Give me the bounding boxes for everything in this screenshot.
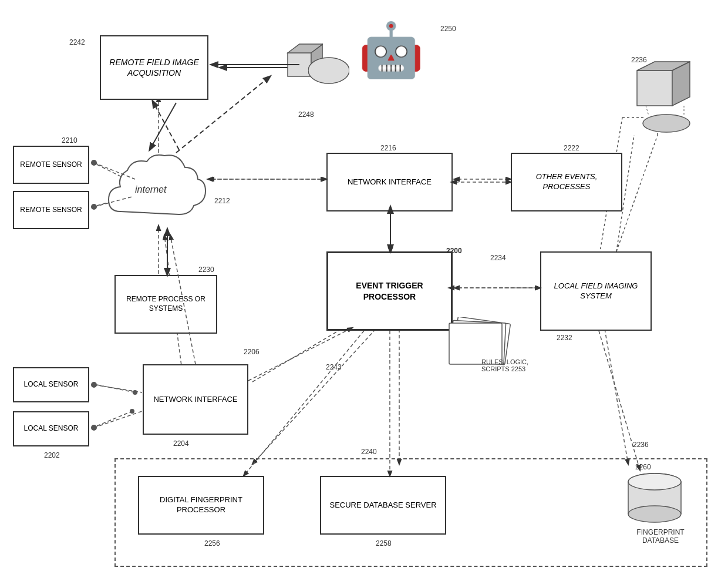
svg-marker-26 — [288, 53, 311, 76]
svg-point-15 — [130, 409, 134, 414]
svg-point-61 — [91, 204, 97, 210]
svg-line-55 — [616, 135, 658, 251]
label-2260: 2260 — [635, 463, 651, 471]
svg-line-14 — [97, 411, 132, 426]
label-2210: 2210 — [62, 136, 77, 145]
local-sensor-1-box: LOCAL SENSOR — [13, 367, 89, 402]
svg-point-45 — [628, 473, 681, 490]
remote-field-image-label: REMOTE FIELD IMAGE ACQUISITION — [105, 57, 204, 78]
svg-point-47 — [91, 425, 97, 431]
network-interface-bottom-label: NETWORK INTERFACE — [153, 395, 237, 405]
label-2212: 2212 — [214, 197, 230, 205]
label-2216: 2216 — [380, 144, 396, 152]
svg-point-13 — [133, 390, 137, 395]
label-2248: 2248 — [298, 110, 314, 119]
other-events-box: OTHER EVENTS, PROCESSES — [511, 153, 622, 211]
label-2206: 2206 — [244, 348, 259, 356]
svg-point-60 — [91, 160, 97, 166]
digital-fingerprint-box: DIGITAL FINGERPRINT PROCESSOR — [138, 476, 264, 535]
robot-icon: 🤖 — [358, 23, 424, 76]
label-2234: 2234 — [490, 254, 506, 262]
local-field-imaging-box: LOCAL FIELD IMAGING SYSTEM — [540, 251, 652, 331]
robot-area: 🤖 — [276, 23, 458, 123]
digital-fingerprint-label: DIGITAL FINGERPRINT PROCESSOR — [143, 495, 259, 515]
svg-line-51 — [248, 328, 352, 381]
network-interface-bottom-box: NETWORK INTERFACE — [143, 364, 248, 435]
svg-line-54 — [599, 331, 640, 470]
svg-text:internet: internet — [135, 184, 167, 194]
label-2256: 2256 — [204, 539, 220, 548]
svg-point-46 — [91, 382, 97, 388]
svg-line-35 — [646, 106, 649, 116]
label-2204: 2204 — [173, 439, 189, 448]
label-2202: 2202 — [44, 451, 60, 459]
label-2230: 2230 — [198, 266, 214, 274]
svg-line-59 — [153, 101, 179, 150]
rules-logic-label: RULES, LOGIC, SCRIPTS 2253 — [481, 358, 528, 372]
label-2258: 2258 — [376, 539, 392, 548]
svg-point-44 — [628, 506, 681, 522]
label-2232: 2232 — [557, 334, 572, 342]
local-sensor-2-box: LOCAL SENSOR — [13, 411, 89, 446]
label-2240: 2240 — [361, 448, 377, 456]
cube-sphere-icon — [628, 59, 705, 135]
svg-line-20 — [605, 329, 628, 464]
event-trigger-box: EVENT TRIGGER PROCESSOR — [326, 251, 453, 331]
svg-point-34 — [643, 115, 690, 132]
fingerprint-db-label: FINGERPRINTDATABASE — [628, 528, 693, 545]
svg-line-49 — [94, 411, 142, 428]
svg-line-12 — [97, 385, 135, 392]
other-events-label: OTHER EVENTS, PROCESSES — [515, 172, 618, 192]
label-2200: 2200 — [446, 247, 462, 255]
secure-database-box: SECURE DATABASE SERVER — [320, 476, 446, 535]
remote-sensor-1-box: REMOTE SENSOR — [13, 146, 89, 184]
remote-sensor-2-label: REMOTE SENSOR — [20, 206, 82, 215]
remote-sensor-2-box: REMOTE SENSOR — [13, 191, 89, 229]
svg-marker-31 — [637, 70, 672, 106]
label-2236b: 2236 — [633, 441, 649, 449]
diagram: REMOTE FIELD IMAGE ACQUISITION 2242 🤖 22… — [0, 0, 728, 581]
db-cylinder-icon — [622, 470, 687, 529]
remote-process-box: REMOTE PROCESS OR SYSTEMS — [114, 275, 217, 334]
svg-point-29 — [308, 58, 349, 83]
cloud-svg: internet — [103, 147, 211, 235]
local-sensor-1-label: LOCAL SENSOR — [24, 380, 79, 389]
internet-cloud: internet — [103, 147, 211, 235]
label-2250: 2250 — [440, 25, 456, 33]
svg-line-48 — [94, 385, 142, 392]
local-sensor-2-label: LOCAL SENSOR — [24, 424, 79, 434]
svg-line-52 — [244, 331, 364, 476]
sphere-icon — [308, 56, 349, 85]
secure-database-label: SECURE DATABASE SERVER — [329, 501, 436, 511]
network-interface-top-label: NETWORK INTERFACE — [348, 177, 432, 187]
remote-process-label: REMOTE PROCESS OR SYSTEMS — [119, 295, 213, 313]
svg-line-18 — [252, 329, 376, 464]
svg-line-17 — [252, 326, 346, 382]
label-2242: 2242 — [69, 38, 85, 46]
event-trigger-label: EVENT TRIGGER PROCESSOR — [332, 280, 447, 301]
network-interface-top-box: NETWORK INTERFACE — [326, 153, 453, 211]
remote-field-image-box: REMOTE FIELD IMAGE ACQUISITION — [100, 35, 208, 100]
label-2236a: 2236 — [631, 56, 647, 64]
local-field-3d-top — [628, 59, 705, 135]
label-2222: 2222 — [564, 144, 579, 152]
svg-line-21 — [150, 103, 176, 150]
label-2243: 2243 — [326, 363, 342, 371]
fingerprint-db-area: FINGERPRINTDATABASE — [622, 470, 687, 548]
remote-sensor-1-label: REMOTE SENSOR — [20, 160, 82, 170]
local-field-imaging-label: LOCAL FIELD IMAGING SYSTEM — [545, 281, 647, 301]
